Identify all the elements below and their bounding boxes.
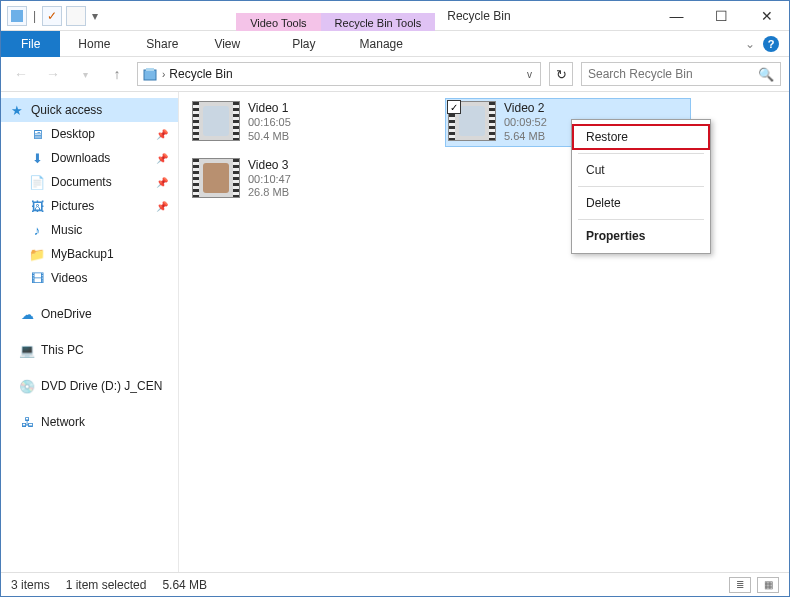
sidebar-item-desktop[interactable]: 🖥 Desktop 📌 (1, 122, 178, 146)
svg-rect-2 (146, 68, 154, 71)
sidebar-label: Pictures (51, 199, 94, 213)
sidebar-label: Quick access (31, 103, 102, 117)
item-checkbox[interactable]: ✓ (447, 100, 461, 114)
search-box[interactable]: 🔍 (581, 62, 781, 86)
pin-icon: 📌 (156, 129, 168, 140)
videos-icon: 🎞 (29, 270, 45, 286)
file-item-video2[interactable]: ✓ Video 2 00:09:52 5.64 MB Restore Cut (445, 98, 691, 147)
menu-item-cut[interactable]: Cut (572, 157, 710, 183)
sidebar-label: Documents (51, 175, 112, 189)
video-thumbnail (192, 101, 240, 141)
qat-dropdown[interactable]: ▾ (92, 9, 98, 23)
sidebar-item-onedrive[interactable]: ☁ OneDrive (1, 302, 178, 326)
sidebar-item-videos[interactable]: 🎞 Videos (1, 266, 178, 290)
minimize-button[interactable]: — (654, 2, 699, 30)
body: ★ Quick access 🖥 Desktop 📌 ⬇ Downloads 📌… (1, 91, 789, 572)
desktop-icon: 🖥 (29, 126, 45, 142)
network-icon: 🖧 (19, 414, 35, 430)
view-details-button[interactable]: ≣ (729, 577, 751, 593)
file-row: Video 1 00:16:05 50.4 MB ✓ Video 2 00:09… (189, 98, 779, 147)
sidebar-item-music[interactable]: ♪ Music (1, 218, 178, 242)
search-icon[interactable]: 🔍 (758, 67, 774, 82)
downloads-icon: ⬇ (29, 150, 45, 166)
ribbon-tab-view[interactable]: View (196, 31, 258, 57)
menu-item-delete[interactable]: Delete (572, 190, 710, 216)
close-button[interactable]: ✕ (744, 2, 789, 30)
view-switcher: ≣ ▦ (729, 577, 779, 593)
ribbon-tab-share[interactable]: Share (128, 31, 196, 57)
sidebar-label: Videos (51, 271, 87, 285)
sidebar-item-pictures[interactable]: 🖼 Pictures 📌 (1, 194, 178, 218)
ribbon-subtab-play[interactable]: Play (270, 31, 337, 57)
ribbon-subtab-manage[interactable]: Manage (338, 31, 425, 57)
file-item-video1[interactable]: Video 1 00:16:05 50.4 MB (189, 98, 435, 147)
sidebar-item-documents[interactable]: 📄 Documents 📌 (1, 170, 178, 194)
up-button[interactable]: ↑ (105, 62, 129, 86)
ribbon-tab-file[interactable]: File (1, 31, 60, 57)
menu-separator (578, 219, 704, 220)
expand-ribbon-icon[interactable]: ⌄ (745, 37, 755, 51)
file-meta: Video 2 00:09:52 5.64 MB (504, 101, 547, 144)
dvd-icon: 💿 (19, 378, 35, 394)
navigation-pane: ★ Quick access 🖥 Desktop 📌 ⬇ Downloads 📌… (1, 92, 179, 572)
svg-rect-0 (11, 10, 23, 22)
sidebar-item-network[interactable]: 🖧 Network (1, 410, 178, 434)
qat-icon-blank[interactable] (66, 6, 86, 26)
ribbon: File Home Share View Play Manage ⌄ ? (1, 31, 789, 57)
video-thumbnail (192, 158, 240, 198)
navigation-bar: ← → ▾ ↑ › Recycle Bin v ↻ 🔍 (1, 57, 789, 91)
context-menu: Restore Cut Delete Properties (571, 119, 711, 254)
sidebar-label: Downloads (51, 151, 110, 165)
menu-item-properties[interactable]: Properties (572, 223, 710, 249)
sidebar-item-thispc[interactable]: 💻 This PC (1, 338, 178, 362)
file-duration: 00:16:05 (248, 116, 291, 130)
address-segment[interactable]: Recycle Bin (169, 67, 232, 81)
context-tab-video-tools[interactable]: Video Tools (236, 13, 320, 31)
status-size: 5.64 MB (162, 578, 207, 592)
file-duration: 00:10:47 (248, 173, 291, 187)
file-size: 5.64 MB (504, 130, 547, 144)
sidebar-label: Music (51, 223, 82, 237)
folder-icon: 📁 (29, 246, 45, 262)
qat-icon-recycle[interactable] (7, 6, 27, 26)
maximize-button[interactable]: ☐ (699, 2, 744, 30)
qat-icon-check[interactable]: ✓ (42, 6, 62, 26)
explorer-window: | ✓ ▾ Video Tools Recycle Bin Tools Recy… (0, 0, 790, 597)
sidebar-item-downloads[interactable]: ⬇ Downloads 📌 (1, 146, 178, 170)
qat-separator: | (33, 9, 36, 23)
refresh-button[interactable]: ↻ (549, 62, 573, 86)
video-thumbnail: ✓ (448, 101, 496, 141)
file-name: Video 2 (504, 101, 547, 116)
back-button[interactable]: ← (9, 62, 33, 86)
menu-item-restore[interactable]: Restore (572, 124, 710, 150)
star-icon: ★ (9, 102, 25, 118)
file-name: Video 1 (248, 101, 291, 116)
sidebar-item-mybackup[interactable]: 📁 MyBackup1 (1, 242, 178, 266)
address-chevron-icon[interactable]: › (162, 69, 165, 80)
forward-button[interactable]: → (41, 62, 65, 86)
documents-icon: 📄 (29, 174, 45, 190)
file-meta: Video 1 00:16:05 50.4 MB (248, 101, 291, 144)
sidebar-item-dvd[interactable]: 💿 DVD Drive (D:) J_CEN (1, 374, 178, 398)
sidebar-item-quick-access[interactable]: ★ Quick access (1, 98, 178, 122)
svg-rect-1 (144, 70, 156, 80)
search-input[interactable] (588, 67, 748, 81)
help-icon[interactable]: ? (763, 36, 779, 52)
context-tab-recycle-tools[interactable]: Recycle Bin Tools (321, 13, 436, 31)
ribbon-tab-home[interactable]: Home (60, 31, 128, 57)
sidebar-label: OneDrive (41, 307, 92, 321)
onedrive-icon: ☁ (19, 306, 35, 322)
sidebar-label: DVD Drive (D:) J_CEN (41, 379, 162, 393)
file-size: 26.8 MB (248, 186, 291, 200)
content-pane[interactable]: Video 1 00:16:05 50.4 MB ✓ Video 2 00:09… (179, 92, 789, 572)
file-name: Video 3 (248, 158, 291, 173)
recycle-bin-icon (142, 66, 158, 82)
context-tab-group: Video Tools Recycle Bin Tools (236, 1, 435, 31)
address-bar[interactable]: › Recycle Bin v (137, 62, 541, 86)
view-icons-button[interactable]: ▦ (757, 577, 779, 593)
file-item-video3[interactable]: Video 3 00:10:47 26.8 MB (189, 155, 435, 204)
music-icon: ♪ (29, 222, 45, 238)
address-dropdown-icon[interactable]: v (523, 69, 536, 80)
menu-separator (578, 153, 704, 154)
recent-dropdown[interactable]: ▾ (73, 62, 97, 86)
